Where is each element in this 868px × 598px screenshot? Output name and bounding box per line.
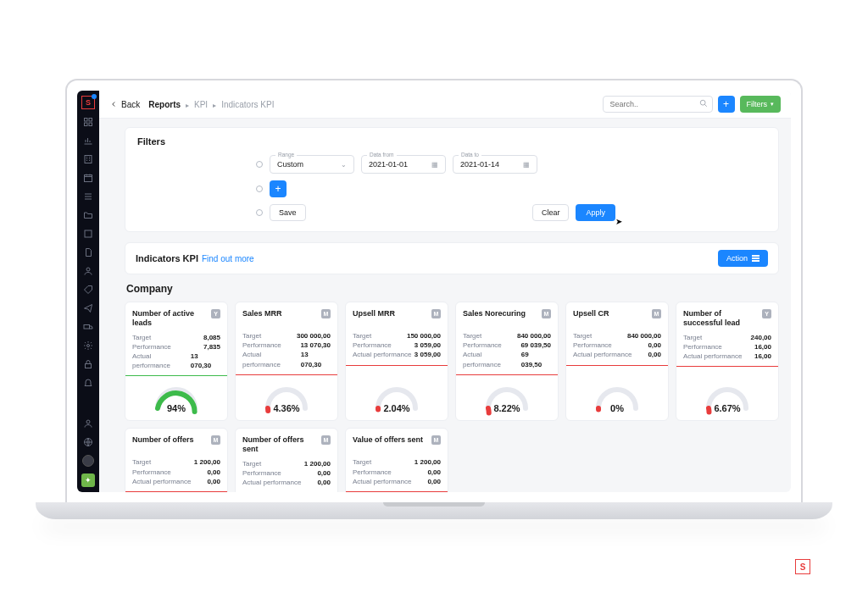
gauge-arc xyxy=(264,386,309,410)
breadcrumb-leaf: Indicators KPI xyxy=(221,100,274,109)
svg-rect-0 xyxy=(85,119,88,122)
app-root: S ✦ xyxy=(77,91,791,492)
kpi-card[interactable]: Number of active leads Y Target8,085 Per… xyxy=(125,302,228,421)
search-input[interactable] xyxy=(603,96,713,113)
action-button[interactable]: Action xyxy=(718,250,768,267)
main-pane: Back Reports KPI Indicators KPI xyxy=(99,91,791,492)
nav-icon-users[interactable] xyxy=(82,265,94,277)
actual-value: 69 039,50 xyxy=(521,350,551,368)
nav-icon-document[interactable] xyxy=(82,246,94,258)
gauge-arc xyxy=(374,386,420,410)
actual-label: Actual performance xyxy=(242,350,301,368)
calendar-icon: ▦ xyxy=(431,161,438,169)
card-header: Number of active leads Y xyxy=(132,309,220,328)
svg-rect-10 xyxy=(86,364,92,368)
filters-dropdown-button[interactable]: Filters ▾ xyxy=(740,96,782,113)
nav-icon-truck[interactable] xyxy=(82,321,94,333)
target-value: 840 000,00 xyxy=(517,331,551,341)
filter-row-2: + xyxy=(137,180,766,197)
kpi-card[interactable]: Value of offers sent M Target1 200,00 Pe… xyxy=(345,428,448,492)
nav-icon-building[interactable] xyxy=(82,153,94,165)
actual-value: 13 070,30 xyxy=(191,352,220,370)
add-button[interactable]: + xyxy=(718,96,735,113)
add-filter-button[interactable]: + xyxy=(270,180,287,197)
clear-button[interactable]: Clear xyxy=(532,204,570,221)
gauge-separator xyxy=(456,374,558,375)
nav-icon-folder[interactable] xyxy=(82,209,94,221)
gauge: 8.22% xyxy=(463,381,551,413)
range-select[interactable]: Range Custom ⌄ xyxy=(270,155,354,174)
help-button[interactable]: ✦ xyxy=(81,473,95,487)
svg-rect-4 xyxy=(85,156,92,163)
nav-icon-calendar[interactable] xyxy=(82,172,94,184)
performance-label: Performance xyxy=(132,468,171,477)
nav-icon-gear[interactable] xyxy=(82,340,94,352)
gauge-arc xyxy=(594,386,640,410)
svg-rect-2 xyxy=(85,123,88,126)
kpi-card[interactable]: Number of offers sent M Target1 200,00 P… xyxy=(235,428,338,492)
svg-rect-5 xyxy=(85,175,92,182)
date-from-input[interactable]: Data from 2021-01-01 ▦ xyxy=(361,155,446,174)
nav-icon-user[interactable] xyxy=(82,418,94,429)
kpi-card[interactable]: Upsell MRR M Target150 000,00 Performanc… xyxy=(345,302,448,421)
nav-icon-list[interactable] xyxy=(82,191,94,202)
nav-icon-tag[interactable] xyxy=(82,284,94,296)
target-value: 150 000,00 xyxy=(407,331,441,341)
kpi-card[interactable]: Sales Norecuring M Target840 000,00 Perf… xyxy=(455,302,559,421)
performance-value: 0,00 xyxy=(317,468,331,478)
gauge: 0% xyxy=(573,381,661,413)
card-badge: M xyxy=(542,309,551,318)
gauge-separator xyxy=(566,365,668,366)
apply-button[interactable]: Apply ➤ xyxy=(576,204,615,221)
actual-label: Actual performance xyxy=(242,478,301,487)
performance-label: Performance xyxy=(573,341,612,350)
nav-rail: S ✦ xyxy=(77,91,99,492)
nav-icon-lock[interactable] xyxy=(82,358,94,370)
find-out-more-link[interactable]: Find out more xyxy=(202,254,254,263)
nav-icon-box[interactable] xyxy=(82,228,94,240)
card-title: Number of offers sent xyxy=(242,435,321,454)
gauge-separator xyxy=(346,365,448,366)
target-label: Target xyxy=(683,333,702,342)
gauge-separator xyxy=(236,374,337,375)
brand-logo[interactable]: S xyxy=(81,96,95,109)
gauge-separator xyxy=(125,375,227,376)
gauge-separator xyxy=(125,491,227,492)
calendar-icon: ▦ xyxy=(523,161,530,169)
card-header: Value of offers sent M xyxy=(353,435,441,452)
content-scroll[interactable]: Filters Range Custom ⌄ Data from 2021-01… xyxy=(99,119,791,492)
save-button[interactable]: Save xyxy=(270,204,306,221)
target-value: 300 000,00 xyxy=(297,331,331,341)
nav-icon-bell[interactable] xyxy=(82,377,94,389)
performance-label: Performance xyxy=(463,341,502,350)
kpi-card[interactable]: Upsell CR M Target840 000,00 Performance… xyxy=(565,302,669,421)
nav-icon-dashboard[interactable] xyxy=(82,116,94,128)
target-label: Target xyxy=(132,333,151,342)
breadcrumb-mid[interactable]: KPI xyxy=(194,100,208,109)
target-value: 240,00 xyxy=(751,333,771,342)
target-label: Target xyxy=(573,331,592,341)
date-to-label: Data to xyxy=(459,152,481,158)
nav-icon-chart[interactable] xyxy=(82,135,94,147)
cursor-icon: ➤ xyxy=(615,217,622,226)
kpi-card[interactable]: Number of successful lead Y Target240,00… xyxy=(676,302,779,421)
nav-icon-send[interactable] xyxy=(82,302,94,314)
date-to-input[interactable]: Data to 2021-01-14 ▦ xyxy=(453,155,537,174)
gauge: 94% xyxy=(132,381,220,413)
breadcrumb-root[interactable]: Reports xyxy=(148,100,181,109)
target-label: Target xyxy=(132,457,151,467)
user-avatar[interactable] xyxy=(82,455,94,467)
svg-rect-3 xyxy=(89,123,92,126)
performance-value: 13 070,30 xyxy=(300,341,331,350)
filters-label: Filters xyxy=(747,100,768,108)
actual-value: 16,00 xyxy=(754,352,771,361)
back-button[interactable]: Back xyxy=(109,100,140,109)
kpi-card[interactable]: Number of offers M Target1 200,00 Perfor… xyxy=(125,428,228,492)
row-bullet xyxy=(256,209,263,216)
nav-icon-globe[interactable] xyxy=(82,436,94,448)
target-value: 1 200,00 xyxy=(304,459,331,468)
svg-rect-8 xyxy=(84,325,90,329)
performance-label: Performance xyxy=(353,468,392,477)
kpi-card[interactable]: Sales MRR M Target300 000,00 Performance… xyxy=(235,302,338,421)
card-title: Sales MRR xyxy=(242,309,282,318)
